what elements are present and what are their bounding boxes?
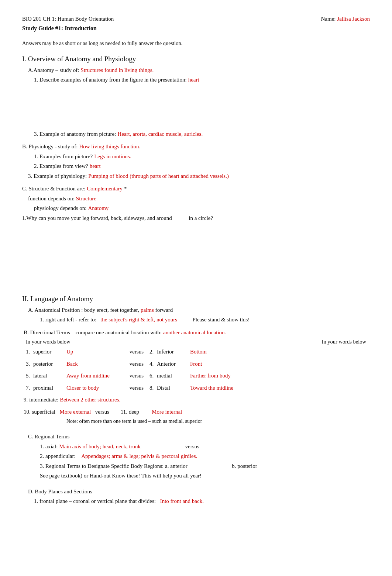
versus-10: versus — [95, 408, 109, 416]
term-proximal: proximal — [33, 384, 66, 392]
section-IID-line1: 1. frontal plane – coronal or vertical p… — [34, 497, 370, 506]
regional-line3: 3. Regional Terms to Designate Specific … — [40, 462, 370, 470]
versus-axial: versus — [185, 442, 199, 451]
intermediate-answer: Between 2 other structures. — [60, 396, 120, 404]
appendicular-label: 2. appendicular: — [40, 452, 76, 461]
term-num-1: 1. — [26, 348, 33, 356]
section-IIC-regional: C. Regional Terms — [28, 432, 370, 441]
term-posterior-answer: Back — [66, 360, 124, 368]
phys-ex3-label: 3. Example of physiology: — [28, 172, 87, 180]
term-num-7: 7. — [26, 384, 33, 392]
func-label: function depends on: — [28, 194, 75, 203]
regional-line3b: b. posterior — [232, 462, 257, 470]
axial-label: 1. axial: — [40, 442, 58, 451]
versus-4: versus — [124, 384, 149, 392]
term-row-4: 7. proximal Closer to body versus 8. Dis… — [26, 384, 366, 392]
section-IID-planes: D. Body Planes and Sections — [28, 487, 370, 496]
deep-label: 11. deep — [121, 408, 139, 416]
directional-answer: another anatomical location. — [163, 328, 226, 337]
term-distal: Distal — [157, 384, 190, 392]
regional-axial: 1. axial: Main axis of body; head, neck,… — [40, 442, 370, 451]
anatomy-answer3: Heart, arorta, cardiac muscle, auricles. — [117, 130, 203, 138]
section-IA-line3: 3. Example of anatomy from picture: Hear… — [34, 130, 370, 138]
directional-label: B. Directional Terms – compare one anato… — [24, 328, 162, 337]
versus-3: versus — [124, 372, 149, 380]
right-left-label: 1. right and left - refer to: — [40, 317, 96, 323]
in-words-left: In your words below — [26, 338, 70, 346]
term-num-6: 6. — [149, 372, 157, 380]
phys-depends-answer: Anatomy — [88, 204, 109, 213]
section-IIA-position: A. Anatomical Position : body erect, fee… — [28, 306, 370, 314]
regional-line4: See page textbook) or Hand-out Know thes… — [40, 472, 370, 480]
term-proximal-answer: Closer to body — [66, 384, 124, 392]
section-IIB-directional: B. Directional Terms – compare one anato… — [24, 328, 370, 337]
section-IC-phys: physiology depends on: Anatomy — [34, 204, 370, 213]
term-distal-answer: Toward the midline — [190, 384, 233, 392]
section-IA-anatomy: A.Anatomy – study of: Structures found i… — [28, 66, 370, 75]
versus-1: versus — [124, 348, 149, 356]
regional-terms-block: 1. axial: Main axis of body; head, neck,… — [34, 442, 370, 480]
study-guide-subtitle: Study Guide #1: Introduction — [22, 24, 370, 33]
section-IIA-line2: 1. right and left - refer to: the subjec… — [40, 315, 370, 324]
term-superior-answer: Up — [66, 348, 124, 356]
phys-ex1-label: 1. Examples from picture? — [34, 152, 93, 161]
student-name: Jallisa Jackson — [337, 16, 370, 22]
section-IC-structure: C. Structure & Function are: Complementa… — [22, 184, 370, 193]
name-label: Name: — [321, 16, 336, 22]
term-inferior-answer: Bottom — [190, 348, 207, 356]
planes-label: D. Body Planes and Sections — [28, 489, 92, 494]
superficial-answer: More external — [60, 408, 91, 416]
section-IB-ex1: 1. Examples from picture? Legs in motion… — [34, 152, 370, 161]
section-IC-func: function depends on: Structure — [28, 194, 370, 203]
section-IA-line1: 1. Describe examples of anatomy from the… — [34, 76, 370, 84]
frontal-plane-text: 1. frontal plane – coronal or vertical p… — [34, 497, 156, 506]
term-intermediate: 9. intermediate: Between 2 other structu… — [24, 396, 370, 404]
versus-2: versus — [124, 360, 149, 368]
term-superior: superior — [33, 348, 66, 356]
structure-answer1: Complementary — [87, 184, 123, 193]
term-num-2: 2. — [149, 348, 157, 356]
term-row-3: 5. lateral Away from midline versus 6. m… — [26, 372, 366, 380]
term-num-8: 8. — [149, 384, 157, 392]
anatomy-line1: 1. Describe examples of anatomy from the… — [34, 76, 187, 84]
anatomy-line3: 3. Example of anatomy from picture: — [34, 130, 116, 138]
superficial-label: 10. superficial — [24, 408, 55, 416]
section-II-title: II. Language of Anatomy — [22, 294, 370, 304]
term-inferior: Inferior — [157, 348, 190, 356]
please-stand: Please stand & show this! — [192, 317, 250, 323]
func-answer: Structure — [76, 194, 96, 203]
deep-answer: More internal — [152, 408, 182, 416]
section-IB-ex3: 3. Example of physiology: Pumping of blo… — [28, 172, 370, 180]
physiology-answer: How living things function. — [79, 142, 140, 151]
header-left: BIO 201 CH 1: Human Body Orientation — [22, 15, 114, 23]
term-medial: medial — [157, 372, 190, 380]
intermediate-label: 9. intermediate: — [24, 396, 58, 404]
structure-star: * — [124, 184, 127, 193]
intro-text: Answers may be as short or as long as ne… — [22, 39, 370, 48]
term-row-1: 1. superior Up versus 2. Inferior Bottom — [26, 348, 366, 356]
spacer-3 — [22, 268, 370, 290]
superficial-note: Note: often more than one term is used –… — [66, 417, 370, 425]
term-num-3: 3. — [26, 360, 33, 368]
header-row: BIO 201 CH 1: Human Body Orientation Nam… — [22, 15, 370, 23]
position-answer1: palms — [141, 306, 154, 314]
structure-label: C. Structure & Function are: — [22, 184, 85, 193]
anatomy-answer: Structures found in living things. — [80, 66, 154, 75]
right-left-answer: the subject's right & left, not yours — [100, 317, 177, 323]
section-IB-ex2: 2. Examples from view? heart — [34, 162, 370, 170]
section-I-title: I. Overview of Anatomy and Physiology — [22, 54, 370, 65]
section-IB-physiology: B. Physiology - study of: How living thi… — [22, 142, 370, 151]
regional-label: C. Regional Terms — [28, 434, 69, 439]
axial-answer: Main axis of body; head, neck, trunk — [59, 442, 141, 451]
phys-ex3-answer: Pumping of blood (through parts of heart… — [88, 172, 229, 180]
term-num-5: 5. — [26, 372, 33, 380]
section-IC-q1: 1.Why can you move your leg forward, bac… — [22, 214, 370, 223]
in-words-right: In your words below — [322, 338, 366, 346]
regional-line4-text: See page textbook) or Hand-out Know thes… — [40, 473, 202, 479]
frontal-plane-answer: Into front and back. — [160, 497, 204, 506]
regional-appendicular: 2. appendicular: Appendages; arms & legs… — [40, 452, 370, 461]
anatomy-label: A.Anatomy – study of: — [28, 66, 79, 75]
regional-line3-text: 3. Regional Terms to Designate Specific … — [40, 462, 188, 470]
spacer-1 — [22, 86, 370, 130]
physiology-label: B. Physiology - study of: — [22, 142, 78, 151]
